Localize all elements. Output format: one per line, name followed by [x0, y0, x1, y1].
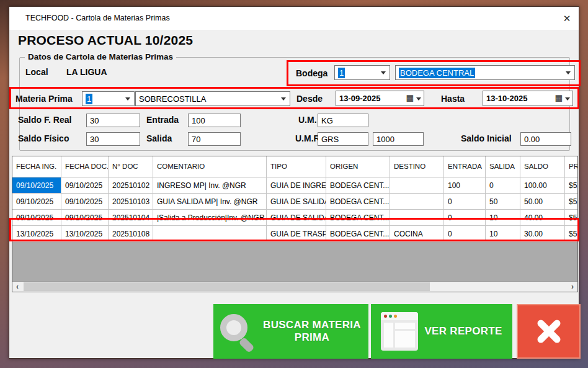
bodega-name-value: BODEGA CENTRAL [399, 68, 475, 78]
materia-prima-label: Materia Prima [16, 94, 73, 104]
bodega-code-combobox[interactable]: 1 [334, 65, 390, 80]
table-cell[interactable]: GUIA DE TRASP... [267, 226, 326, 241]
window-close-icon[interactable]: ✕ [559, 11, 575, 27]
table-cell[interactable]: $5,80 [565, 194, 577, 209]
table-cell[interactable]: 09/10/2025 [61, 177, 109, 193]
grid-header-cell: PRE [565, 156, 577, 177]
grid-header-cell: ENTRADA [444, 156, 486, 177]
table-cell[interactable]: 0 [444, 194, 486, 209]
grid-header-cell: COMENTARIO [153, 156, 267, 177]
table-cell[interactable]: 100.00 [520, 177, 565, 193]
chevron-down-icon[interactable] [416, 97, 421, 101]
table-cell[interactable]: 202510104 [109, 210, 153, 225]
chevron-down-icon[interactable] [565, 97, 570, 101]
table-cell[interactable]: INGRESO MP| Inv. @NGR [153, 177, 267, 193]
bodega-name-combobox[interactable]: BODEGA CENTRAL [395, 65, 575, 80]
table-cell[interactable] [390, 194, 444, 209]
table-row[interactable]: 09/10/202509/10/2025202510103GUIA SALIDA… [12, 194, 577, 210]
horizontal-scrollbar[interactable]: ‹ › [12, 281, 577, 292]
table-cell[interactable]: 202510103 [109, 194, 153, 209]
scrollbar-thumb[interactable] [24, 282, 430, 291]
table-cell[interactable]: 13/10/2025 [12, 226, 61, 241]
um-label: U.M. [298, 115, 317, 125]
close-x-icon [532, 315, 566, 348]
chevron-down-icon[interactable] [381, 71, 386, 74]
table-cell[interactable] [390, 177, 444, 193]
table-cell[interactable]: 09/10/2025 [12, 177, 61, 193]
umr-factor-field[interactable]: 1000 [373, 132, 424, 146]
calendar-icon: ▦ [555, 92, 563, 104]
table-cell[interactable]: BODEGA CENT... [326, 177, 390, 193]
grid-header-cell: FECHA ING. [12, 156, 61, 177]
saldo-inicial-field[interactable]: 0.00 [520, 132, 571, 146]
materia-prima-code-value: 1 [86, 94, 92, 104]
grid-header-cell: N° DOC [109, 156, 153, 177]
close-form-button[interactable] [517, 304, 581, 359]
grid-header-cell: SALDO [520, 156, 565, 177]
table-row[interactable]: 13/10/202513/10/2025202510108GUIA DE TRA… [12, 226, 577, 242]
table-cell[interactable]: BODEGA CENT... [326, 210, 390, 225]
table-cell[interactable]: 09/10/2025 [12, 210, 61, 225]
saldo-fisico-label: Saldo Físico [18, 133, 69, 143]
table-cell[interactable]: GUIA DE SALIDA [267, 194, 326, 209]
ver-reporte-button[interactable]: VER REPORTE [371, 304, 512, 359]
buscar-materia-prima-button[interactable]: BUSCAR MATERIA PRIMA [213, 304, 368, 359]
grid-header-cell: DESTINO [390, 156, 444, 177]
hasta-label: Hasta [441, 94, 465, 104]
table-row[interactable]: 09/10/202509/10/2025202510104|Salida a P… [12, 210, 577, 226]
saldo-fisico-field[interactable]: 30 [86, 132, 140, 146]
um-field[interactable]: KG [318, 114, 368, 127]
table-cell[interactable]: COCINA [390, 226, 444, 241]
search-icon [219, 312, 255, 351]
table-cell[interactable]: 09/10/2025 [12, 194, 61, 209]
table-cell[interactable]: 10 [486, 226, 520, 241]
materia-prima-name-combobox[interactable]: SOBRECOSTILLA [135, 91, 290, 106]
chevron-down-icon[interactable] [281, 97, 286, 101]
table-cell[interactable] [153, 226, 267, 241]
table-cell[interactable]: GUIA DE SALIDA [267, 210, 326, 225]
table-cell[interactable] [390, 210, 444, 225]
table-cell[interactable]: 40.00 [520, 210, 565, 225]
entrada-field[interactable]: 100 [188, 114, 241, 127]
table-cell[interactable]: 0 [444, 210, 486, 225]
table-cell[interactable]: BODEGA CENT... [326, 194, 390, 209]
table-cell[interactable]: 30.00 [520, 226, 565, 241]
scroll-left-icon[interactable]: ‹ [12, 282, 22, 292]
materia-prima-code-combobox[interactable]: 1 [82, 91, 135, 106]
table-cell[interactable]: 50 [486, 194, 520, 209]
table-cell[interactable]: 0 [444, 226, 486, 241]
chevron-down-icon[interactable] [566, 71, 571, 74]
table-cell[interactable]: 0 [486, 177, 520, 193]
chevron-down-icon[interactable] [125, 97, 130, 101]
report-window-icon [381, 312, 418, 351]
table-cell[interactable]: GUIA SALIDA MP| Inv. @NGR [153, 194, 267, 209]
salida-field[interactable]: 70 [188, 132, 241, 146]
table-cell[interactable]: 13/10/2025 [61, 226, 109, 241]
table-cell[interactable]: $5,80 [565, 226, 577, 241]
table-cell[interactable]: 202510108 [109, 226, 153, 241]
scroll-right-icon[interactable]: › [568, 282, 577, 292]
reporte-button-label: VER REPORTE [424, 325, 502, 338]
table-cell[interactable]: 50.00 [520, 194, 565, 209]
table-cell[interactable]: 100 [444, 177, 486, 193]
table-cell[interactable]: $5,80 [565, 177, 577, 193]
desde-datepicker[interactable]: 13-09-2025 ▦ [336, 91, 424, 106]
table-cell[interactable]: $5,80 [565, 210, 577, 225]
umr-unit-field[interactable]: GRS [318, 132, 368, 146]
saldo-f-real-field[interactable]: 30 [86, 114, 140, 127]
grid-body: 09/10/202509/10/2025202510102INGRESO MP|… [12, 177, 577, 242]
table-cell[interactable]: 10 [486, 210, 520, 225]
local-value: LA LIGUA [66, 67, 107, 77]
materia-prima-name-value: SOBRECOSTILLA [139, 94, 206, 104]
table-cell[interactable]: BODEGA CENT... [326, 226, 390, 241]
desde-label: Desde [296, 94, 323, 104]
desde-value: 13-09-2025 [339, 94, 381, 103]
calendar-icon: ▦ [406, 92, 414, 104]
hasta-datepicker[interactable]: 13-10-2025 ▦ [483, 91, 573, 106]
table-cell[interactable]: GUIA DE INGRE... [267, 177, 326, 193]
table-row[interactable]: 09/10/202509/10/2025202510102INGRESO MP|… [12, 177, 577, 194]
table-cell[interactable]: |Salida a Producción|Inv. @NGR [153, 210, 267, 225]
table-cell[interactable]: 09/10/2025 [61, 210, 109, 225]
table-cell[interactable]: 09/10/2025 [61, 194, 109, 209]
table-cell[interactable]: 202510102 [109, 177, 153, 193]
